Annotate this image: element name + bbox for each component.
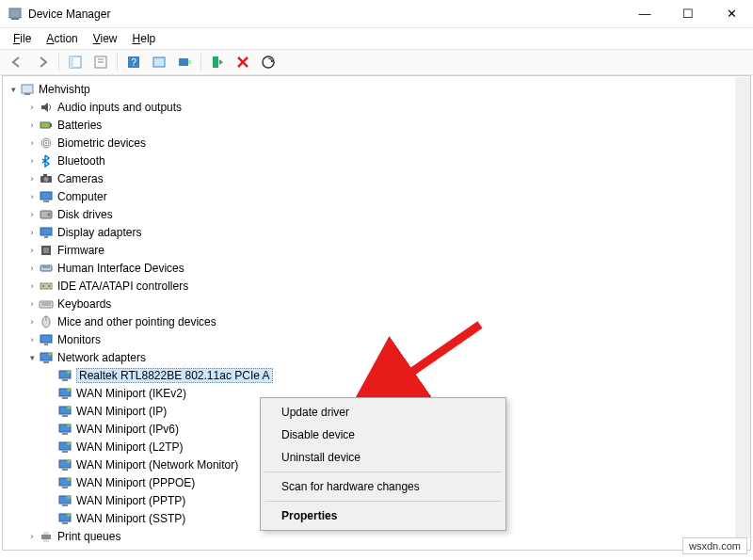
window-controls: — ☐ ✕ bbox=[623, 0, 753, 28]
ctx-uninstall-device[interactable]: Uninstall device bbox=[263, 446, 504, 469]
expander-icon[interactable]: › bbox=[25, 119, 39, 132]
expander-icon[interactable]: › bbox=[25, 190, 39, 203]
window-title: Device Manager bbox=[28, 8, 110, 21]
context-menu: Update driver Disable device Uninstall d… bbox=[260, 397, 506, 531]
network-adapter-icon bbox=[57, 404, 72, 419]
tree-category-label: Bluetooth bbox=[57, 154, 105, 168]
monitor-icon bbox=[39, 332, 54, 347]
tree-category[interactable]: › Disk drives bbox=[22, 205, 750, 223]
tree-category-label: Batteries bbox=[57, 119, 102, 132]
expander-icon[interactable]: › bbox=[25, 315, 39, 328]
help-button[interactable]: ? bbox=[122, 52, 145, 72]
tree-root[interactable]: ▾ Mehvishtp bbox=[3, 80, 750, 98]
expander-icon[interactable]: › bbox=[25, 333, 39, 346]
svg-rect-16 bbox=[40, 122, 50, 128]
menu-help[interactable]: Help bbox=[125, 30, 164, 47]
expander-icon[interactable]: › bbox=[25, 226, 39, 239]
toolbar: ? bbox=[0, 49, 753, 75]
close-button[interactable]: ✕ bbox=[710, 0, 753, 28]
tree-category[interactable]: › Monitors bbox=[22, 330, 750, 348]
uninstall-button[interactable] bbox=[232, 52, 254, 72]
tree-category-label: Human Interface Devices bbox=[57, 262, 184, 275]
device-enable-button[interactable] bbox=[206, 52, 229, 72]
tree-category[interactable]: › Keyboards bbox=[22, 295, 750, 312]
svg-rect-1 bbox=[11, 18, 19, 20]
tree-category-label: IDE ATA/ATAPI controllers bbox=[57, 280, 188, 293]
network-adapter-icon bbox=[57, 368, 72, 383]
svg-rect-51 bbox=[62, 397, 68, 399]
svg-rect-34 bbox=[40, 283, 52, 289]
svg-rect-54 bbox=[62, 415, 68, 417]
app-icon bbox=[8, 7, 23, 22]
tree-category[interactable]: › Firmware bbox=[22, 241, 750, 259]
network-adapter-icon bbox=[57, 511, 72, 526]
tree-category-label: Display adapters bbox=[57, 226, 141, 239]
expander-icon[interactable]: › bbox=[25, 101, 39, 114]
svg-rect-12 bbox=[213, 56, 218, 68]
tree-category[interactable]: › Cameras bbox=[22, 169, 750, 187]
expander-icon[interactable]: ▾ bbox=[7, 83, 20, 96]
menu-action[interactable]: Action bbox=[39, 30, 85, 47]
tree-category[interactable]: › IDE ATA/ATAPI controllers bbox=[22, 277, 750, 295]
tree-root-label: Mehvishtp bbox=[39, 83, 90, 96]
svg-rect-23 bbox=[43, 174, 47, 176]
expander-icon[interactable]: › bbox=[25, 280, 39, 293]
tree-category[interactable]: › Biometric devices bbox=[22, 134, 750, 152]
ctx-disable-device[interactable]: Disable device bbox=[263, 424, 504, 446]
expander-icon[interactable]: › bbox=[25, 154, 39, 168]
tree-device-label: WAN Miniport (SSTP) bbox=[76, 512, 185, 525]
ctx-properties[interactable]: Properties bbox=[263, 504, 504, 527]
mouse-icon bbox=[39, 314, 54, 329]
show-hidden-button[interactable] bbox=[148, 52, 170, 72]
forward-button[interactable] bbox=[31, 52, 54, 72]
scrollbar[interactable] bbox=[735, 77, 750, 538]
svg-point-58 bbox=[67, 424, 71, 427]
svg-rect-17 bbox=[50, 123, 52, 127]
ctx-scan-hardware[interactable]: Scan for hardware changes bbox=[263, 475, 504, 498]
svg-rect-10 bbox=[179, 58, 188, 66]
minimize-button[interactable]: — bbox=[623, 0, 666, 28]
printer-icon bbox=[39, 529, 54, 544]
ctx-update-driver[interactable]: Update driver bbox=[263, 401, 504, 424]
speaker-icon bbox=[39, 100, 54, 115]
tree-category-label: Network adapters bbox=[57, 351, 146, 364]
svg-point-46 bbox=[48, 352, 52, 356]
svg-point-20 bbox=[45, 142, 47, 144]
network-icon bbox=[39, 350, 54, 365]
update-driver-button[interactable] bbox=[173, 52, 196, 72]
tree-category[interactable]: › Computer bbox=[22, 187, 750, 205]
tree-device[interactable]: Realtek RTL8822BE 802.11ac PCIe A bbox=[40, 366, 750, 384]
svg-point-73 bbox=[67, 513, 71, 517]
tree-category[interactable]: › Display adapters bbox=[22, 223, 750, 241]
maximize-button[interactable]: ☐ bbox=[666, 0, 710, 28]
scan-hardware-button[interactable] bbox=[257, 52, 280, 72]
tree-device-label: WAN Miniport (PPTP) bbox=[76, 494, 185, 507]
show-tree-button[interactable] bbox=[64, 52, 87, 72]
tree-category[interactable]: › Bluetooth bbox=[22, 152, 750, 169]
svg-rect-45 bbox=[43, 361, 49, 363]
svg-point-70 bbox=[67, 495, 71, 499]
tree-category-label: Biometric devices bbox=[57, 136, 146, 150]
expander-icon[interactable]: › bbox=[25, 172, 39, 185]
back-button[interactable] bbox=[6, 52, 28, 72]
expander-icon[interactable]: › bbox=[25, 136, 39, 150]
svg-rect-3 bbox=[70, 56, 73, 68]
tree-category[interactable]: › Batteries bbox=[22, 116, 750, 134]
menu-view[interactable]: View bbox=[86, 30, 125, 47]
svg-point-36 bbox=[48, 285, 50, 287]
properties-button[interactable] bbox=[89, 52, 112, 72]
expander-icon[interactable]: › bbox=[25, 244, 39, 257]
expander-icon[interactable]: › bbox=[25, 297, 39, 311]
expander-icon[interactable]: ▾ bbox=[25, 351, 39, 364]
expander-icon[interactable]: › bbox=[25, 530, 39, 543]
ide-icon bbox=[39, 279, 54, 294]
tree-category-network[interactable]: ▾ Network adapters bbox=[22, 348, 750, 366]
tree-category[interactable]: › Human Interface Devices bbox=[22, 259, 750, 277]
menu-file[interactable]: File bbox=[6, 30, 39, 47]
display-icon bbox=[39, 225, 54, 240]
svg-rect-60 bbox=[62, 451, 68, 453]
expander-icon[interactable]: › bbox=[25, 208, 39, 221]
tree-category[interactable]: › Audio inputs and outputs bbox=[22, 98, 750, 116]
tree-category[interactable]: › Mice and other pointing devices bbox=[22, 312, 750, 330]
expander-icon[interactable]: › bbox=[25, 262, 39, 275]
